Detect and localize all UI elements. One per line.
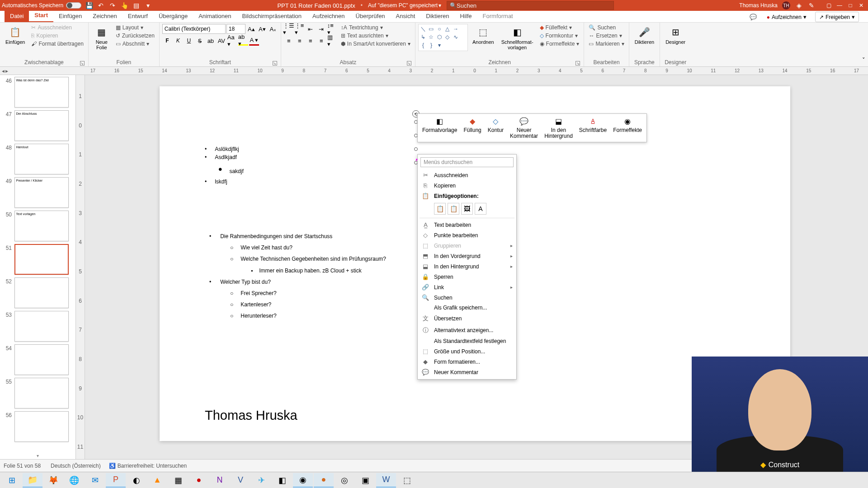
align-left-icon[interactable]: ≡ (284, 36, 294, 46)
shape-hex-icon[interactable]: ⬡ (436, 33, 443, 41)
ctx-set-default[interactable]: Als Standardtextfeld festlegen (418, 336, 516, 346)
bold-button[interactable]: F (162, 36, 172, 46)
tab-home[interactable]: Start (29, 10, 53, 22)
tab-design[interactable]: Entwurf (123, 11, 153, 22)
taskbar-visio-icon[interactable]: V (231, 473, 250, 488)
convert-smartart-button[interactable]: ⬢In SmartArt konvertieren ▾ (339, 40, 412, 47)
mtb-outline[interactable]: ◇Kontur (485, 116, 506, 140)
redo-icon[interactable]: ↷ (108, 1, 117, 9)
ctx-link[interactable]: 🔗Link▸ (418, 282, 516, 292)
mtb-fill[interactable]: ◆Füllung (461, 116, 484, 140)
thumbnail-item[interactable]: 54 (3, 344, 73, 375)
ctx-cut[interactable]: ✂Ausschneiden (418, 170, 516, 180)
taskbar-firefox-icon[interactable]: 🦊 (43, 473, 63, 488)
taskbar-app2-icon[interactable]: ▦ (168, 473, 188, 488)
mtb-effects[interactable]: ◉Formeffekte (610, 116, 645, 140)
shape-line-icon[interactable]: ＼ (420, 25, 427, 33)
tab-transitions[interactable]: Übergänge (153, 11, 193, 22)
dialog-launcher-icon[interactable]: ↘ (407, 61, 411, 66)
pen-icon[interactable]: ✎ (807, 1, 816, 9)
shape-oval-icon[interactable]: ○ (436, 25, 443, 33)
taskbar-onenote-icon[interactable]: N (210, 473, 230, 488)
coming-soon-icon[interactable]: ◈ (795, 1, 803, 9)
share-button[interactable]: ↗Freigeben ▾ (815, 12, 859, 22)
numbering-icon[interactable]: ⋮≡ ▾ (295, 24, 305, 34)
shape-lbrace-icon[interactable]: { (420, 42, 427, 49)
shape-rect-icon[interactable]: ▭ (428, 25, 435, 33)
thumbnail-slide[interactable] (14, 411, 69, 442)
bullets-icon[interactable]: ⋮☰ ▾ (284, 24, 294, 34)
shape-triangle-icon[interactable]: △ (444, 25, 451, 33)
thumbnail-item[interactable]: 51 (3, 244, 73, 275)
thumbnail-slide[interactable] (14, 378, 69, 408)
ctx-lock[interactable]: 🔒Sperren (418, 272, 516, 282)
align-right-icon[interactable]: ≡ (306, 36, 316, 46)
mtb-style[interactable]: ◧Formatvorlage (420, 116, 460, 140)
user-avatar[interactable]: TH (782, 1, 790, 9)
mtb-send-back[interactable]: ⬓In den Hintergrund (542, 116, 576, 140)
autosave-toggle[interactable]: Automatisches Speichern (2, 2, 81, 9)
slide-counter[interactable]: Folie 51 von 58 (4, 463, 41, 469)
shape-arrow-icon[interactable]: → (452, 25, 459, 33)
thumbnail-item[interactable]: 55 (3, 378, 73, 408)
taskbar-telegram-icon[interactable]: ✈ (251, 473, 271, 488)
align-center-icon[interactable]: ≡ (295, 36, 305, 46)
thumbnail-item[interactable]: 46Was ist denn das? Ziel (3, 77, 73, 108)
ctx-edit-text[interactable]: A̲Text bearbeiten (418, 220, 516, 230)
copy-button[interactable]: ⎘Kopieren (29, 32, 85, 39)
tab-help[interactable]: Hilfe (455, 11, 477, 22)
text-direction-button[interactable]: ↕ATextrichtung ▾ (339, 24, 412, 31)
thumbnail-slide[interactable] (14, 244, 69, 275)
find-button[interactable]: 🔍Suchen (587, 24, 626, 31)
increase-indent-icon[interactable]: ⇥ (316, 24, 326, 34)
taskbar-app4-icon[interactable]: ◧ (272, 473, 292, 488)
tab-draw[interactable]: Zeichnen (87, 11, 122, 22)
undo-icon[interactable]: ↶ (97, 1, 105, 9)
italic-button[interactable]: K (173, 36, 183, 46)
paste-button[interactable]: 📋Einfügen (3, 24, 28, 47)
ruler-horizontal[interactable]: ◂▸ 1716151413121110987654321012345678910… (0, 67, 868, 75)
reset-button[interactable]: ↺Zurücksetzen (114, 32, 156, 39)
shape-fill-button[interactable]: ◆Fülleffekt ▾ (538, 24, 581, 31)
collapse-ribbon-icon[interactable]: ˅ (859, 55, 868, 65)
font-color-icon[interactable]: A ▾ (249, 36, 259, 46)
ctx-save-graphic[interactable]: Als Grafik speichern... (418, 303, 516, 313)
shapes-gallery[interactable]: ＼▭○△→ ↳☆⬡◇∿ {}▾ (418, 24, 468, 51)
outline-expand-icon[interactable]: ▸ (5, 68, 8, 74)
shrink-font-icon[interactable]: A▾ (257, 24, 267, 34)
ctx-bring-front[interactable]: ⬒In den Vordergrund▸ (418, 251, 516, 261)
close-icon[interactable]: ✕ (856, 1, 866, 10)
paste-text-only-icon[interactable]: A (475, 203, 486, 215)
tab-insert[interactable]: Einfügen (53, 11, 87, 22)
minimize-icon[interactable]: — (835, 1, 844, 10)
quick-styles-button[interactable]: ◧Schnellformat- vorlagen (499, 24, 536, 52)
paste-use-theme-icon[interactable]: 📋 (434, 203, 446, 215)
thumbnail-item[interactable]: 52 (3, 277, 73, 308)
language-indicator[interactable]: Deutsch (Österreich) (49, 463, 101, 469)
menu-search-input[interactable]: Menüs durchsuchen (420, 157, 514, 167)
thumbnail-panel[interactable]: 46Was ist denn das? Ziel47Der Abschluss4… (0, 75, 76, 459)
ctx-translate[interactable]: 文Übersetzen (418, 313, 516, 324)
taskbar-app6-icon[interactable]: ▣ (355, 473, 375, 488)
font-size-combo[interactable]: 18 (226, 24, 245, 34)
maximize-icon[interactable]: □ (845, 1, 855, 10)
layout-button[interactable]: ▦Layout ▾ (114, 24, 156, 31)
taskbar-powerpoint-icon[interactable]: P (106, 473, 126, 488)
shape-more-icon[interactable]: ▾ (436, 42, 443, 49)
grow-font-icon[interactable]: A▴ (246, 24, 256, 34)
dialog-launcher-icon[interactable]: ↘ (273, 61, 277, 66)
taskbar-chrome-icon[interactable]: 🌐 (64, 473, 84, 488)
save-location[interactable]: Auf "diesem PC" gespeichert ▾ (368, 2, 441, 9)
toggle-switch[interactable] (66, 2, 81, 9)
search-box[interactable]: 🔍 (447, 1, 614, 10)
search-input[interactable] (457, 2, 611, 9)
comments-icon[interactable]: 💬 (748, 12, 758, 22)
char-spacing-icon[interactable]: AV (217, 36, 226, 46)
justify-icon[interactable]: ≡ (316, 36, 326, 46)
tab-animations[interactable]: Animationen (193, 11, 236, 22)
ctx-format-shape[interactable]: ◆Form formatieren... (418, 357, 516, 367)
mtb-new-comment[interactable]: 💬Neuer Kommentar (507, 116, 541, 140)
taskbar-explorer-icon[interactable]: 📁 (23, 473, 42, 488)
ctx-alt-text[interactable]: ⓘAlternativtext anzeigen... (418, 324, 516, 336)
start-from-beginning-icon[interactable]: ▤ (132, 1, 140, 9)
